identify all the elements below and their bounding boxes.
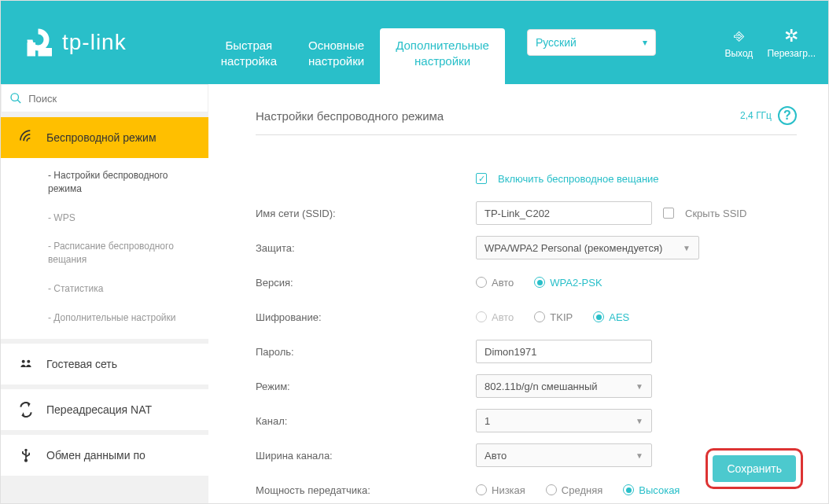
brand-text: tp-link bbox=[62, 30, 127, 55]
top-bar: tp-link Быстрая настройка Основные настр… bbox=[1, 1, 828, 84]
sidebar-item-guest[interactable]: Гостевая сеть bbox=[1, 344, 208, 384]
sidebar-item-wireless[interactable]: Беспроводной режим bbox=[1, 117, 208, 158]
chevron-down-icon: ▼ bbox=[683, 244, 691, 252]
usb-icon bbox=[17, 447, 35, 463]
svg-rect-0 bbox=[28, 42, 36, 57]
sidebar-sub-wps[interactable]: - WPS bbox=[1, 204, 208, 233]
svg-line-3 bbox=[17, 100, 20, 103]
logout-icon: ⎆ bbox=[724, 26, 753, 46]
encryption-aes-radio[interactable] bbox=[593, 311, 604, 322]
version-auto-radio[interactable] bbox=[476, 277, 487, 288]
label-channel: Канал: bbox=[256, 415, 476, 427]
nat-icon bbox=[17, 402, 35, 418]
tab-quick-setup[interactable]: Быстрая настройка bbox=[205, 28, 293, 84]
sidebar-sub-wireless-settings[interactable]: - Настройки беспроводного режима bbox=[1, 161, 208, 204]
power-low-radio[interactable] bbox=[476, 484, 487, 495]
label-security: Защита: bbox=[256, 242, 476, 254]
page-title: Настройки беспроводного режима bbox=[256, 109, 444, 123]
enable-wireless-label: Включить беспроводное вещание bbox=[498, 173, 659, 185]
svg-point-2 bbox=[11, 94, 18, 101]
sidebar-sub-statistics[interactable]: - Статистика bbox=[1, 274, 208, 304]
main-tabs: Быстрая настройка Основные настройки Доп… bbox=[205, 28, 505, 84]
language-value: Русский bbox=[536, 36, 577, 49]
label-width: Ширина канала: bbox=[256, 450, 476, 462]
language-select[interactable]: Русский ▾ bbox=[527, 29, 656, 56]
ssid-input[interactable] bbox=[476, 201, 652, 225]
reboot-button[interactable]: ✲ Перезагр... bbox=[767, 26, 816, 59]
svg-rect-1 bbox=[39, 48, 53, 57]
main-panel: Настройки беспроводного режима 2,4 ГГц ?… bbox=[208, 84, 828, 503]
svg-point-4 bbox=[22, 359, 25, 362]
power-medium-radio[interactable] bbox=[546, 484, 557, 495]
search-icon bbox=[9, 91, 22, 105]
sidebar-item-usb[interactable]: Обмен данными по bbox=[1, 435, 208, 476]
svg-point-8 bbox=[24, 458, 28, 462]
search-input[interactable] bbox=[28, 93, 200, 105]
logout-button[interactable]: ⎆ Выход bbox=[724, 26, 753, 59]
encryption-tkip-radio[interactable] bbox=[534, 311, 545, 322]
sidebar-item-nat[interactable]: Переадресация NAT bbox=[1, 389, 208, 430]
enable-wireless-checkbox[interactable]: ✓ bbox=[476, 173, 487, 184]
label-encryption: Шифрование: bbox=[256, 311, 476, 323]
frequency-selector[interactable]: 2,4 ГГц bbox=[740, 110, 772, 121]
guest-icon bbox=[17, 356, 35, 372]
channel-select[interactable]: 1▼ bbox=[476, 409, 652, 432]
hide-ssid-checkbox[interactable] bbox=[663, 208, 674, 219]
password-input[interactable] bbox=[476, 340, 652, 363]
tplink-logo-icon bbox=[24, 26, 57, 59]
tab-advanced[interactable]: Дополнительные настройки bbox=[380, 28, 505, 84]
tab-basic[interactable]: Основные настройки bbox=[293, 28, 380, 84]
save-button[interactable]: Сохранить bbox=[713, 455, 796, 482]
reboot-icon: ✲ bbox=[767, 26, 816, 46]
label-password: Пароль: bbox=[256, 346, 476, 358]
chevron-down-icon: ▼ bbox=[636, 451, 643, 460]
width-select[interactable]: Авто▼ bbox=[476, 443, 652, 467]
wifi-icon bbox=[17, 130, 35, 145]
search-row bbox=[1, 84, 208, 112]
security-select[interactable]: WPA/WPA2 Personal (рекомендуется)▼ bbox=[476, 236, 699, 259]
label-mode: Режим: bbox=[256, 381, 476, 392]
save-highlight: Сохранить bbox=[706, 448, 803, 489]
chevron-down-icon: ▾ bbox=[643, 37, 647, 48]
help-icon[interactable]: ? bbox=[778, 106, 797, 125]
power-high-radio[interactable] bbox=[623, 484, 634, 495]
chevron-down-icon: ▼ bbox=[636, 382, 643, 391]
brand-logo: tp-link bbox=[24, 26, 127, 59]
version-wpa2psk-radio[interactable] bbox=[534, 277, 545, 288]
label-ssid: Имя сети (SSID): bbox=[256, 208, 476, 219]
sidebar-sub-advanced[interactable]: - Дополнительные настройки bbox=[1, 304, 208, 333]
chevron-down-icon: ▼ bbox=[636, 417, 643, 425]
svg-point-5 bbox=[27, 359, 30, 362]
label-power: Мощность передатчика: bbox=[256, 484, 476, 496]
sidebar: Беспроводной режим - Настройки беспровод… bbox=[1, 84, 208, 503]
encryption-auto-radio[interactable] bbox=[476, 311, 487, 322]
hide-ssid-label: Скрыть SSID bbox=[685, 208, 746, 219]
sidebar-sublist: - Настройки беспроводного режима - WPS -… bbox=[1, 158, 208, 339]
label-version: Версия: bbox=[256, 277, 476, 289]
sidebar-sub-schedule[interactable]: - Расписание беспроводного вещания bbox=[1, 232, 208, 274]
mode-select[interactable]: 802.11b/g/n смешанный▼ bbox=[476, 374, 652, 398]
